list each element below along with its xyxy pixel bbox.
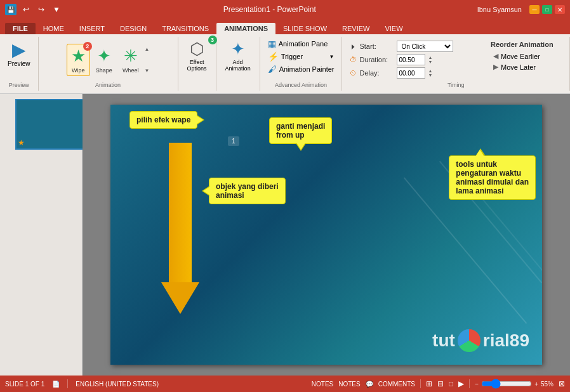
- undo-btn[interactable]: ↩: [20, 4, 32, 15]
- title-bar: 💾 ↩ ↪ ▼ Presentation1 - PowerPoint Ibnu …: [0, 0, 570, 19]
- comments-label[interactable]: COMMENTS: [378, 381, 415, 388]
- trigger-btn[interactable]: ⚡ Trigger ▼: [265, 51, 337, 62]
- effect-group-label: [196, 74, 198, 82]
- zoom-in-btn[interactable]: +: [534, 381, 538, 388]
- animation-group-label: Animation: [95, 82, 121, 89]
- status-bar: SLIDE 1 OF 1 📄 ENGLISH (UNITED STATES) N…: [0, 376, 570, 392]
- ribbon-group-effect: ⬡ EffectOptions 3: [178, 37, 216, 91]
- status-left: SLIDE 1 OF 1 📄 ENGLISH (UNITED STATES): [5, 379, 159, 388]
- callout-tools: tools untukpengaturan waktuanimasi dimul…: [449, 155, 536, 200]
- effect-options-label: EffectOptions: [187, 59, 207, 72]
- shape-icon: ✦: [97, 46, 111, 66]
- wipe-label: Wipe: [72, 67, 85, 74]
- scroll-up[interactable]: ▲: [144, 46, 149, 52]
- delay-spinner[interactable]: ▲ ▼: [428, 69, 432, 77]
- preview-button[interactable]: ▶ Preview: [5, 38, 33, 69]
- slide-logo: tut rial89: [432, 329, 529, 352]
- duration-label: Duration:: [359, 56, 394, 63]
- status-divider-2: [420, 379, 421, 388]
- callout-from-up: ganti menjadifrom up: [269, 117, 332, 144]
- slide-number-badge: 1: [228, 136, 239, 146]
- tab-file[interactable]: FILE: [5, 23, 36, 34]
- move-later-btn[interactable]: ▶ Move Later: [491, 62, 562, 72]
- move-earlier-icon: ◀: [493, 52, 498, 60]
- close-btn[interactable]: ✕: [555, 5, 565, 14]
- animation-badge: 2: [83, 42, 92, 51]
- trigger-arrow: ▼: [329, 54, 335, 60]
- anim-item-wheel[interactable]: ✳ Wheel: [118, 44, 143, 76]
- animation-painter-icon: 🖌: [268, 64, 277, 74]
- callout-object: objek yang diberianimasi: [209, 178, 286, 204]
- advanced-items: ▦ Animation Pane ⚡ Trigger ▼ 🖌 Animation…: [265, 38, 337, 75]
- timing-left: ⏵ Start: On Click With Previous After Pr…: [347, 39, 488, 82]
- wipe-icon: ★: [71, 46, 86, 66]
- animation-pane-btn[interactable]: ▦ Animation Pane: [265, 38, 337, 49]
- tab-home[interactable]: HOME: [36, 23, 72, 34]
- move-later-label: Move Later: [501, 63, 536, 71]
- duration-row: ⏱ Duration: 00.50 ▲ ▼: [350, 54, 486, 65]
- ribbon-group-advanced: ▦ Animation Pane ⚡ Trigger ▼ 🖌 Animation…: [260, 37, 343, 91]
- duration-spinner[interactable]: ▲ ▼: [428, 55, 432, 64]
- zoom-level: 55%: [541, 381, 553, 388]
- tab-design[interactable]: DESIGN: [112, 23, 154, 34]
- zoom-controls: − + 55%: [475, 380, 553, 388]
- preview-icon: ▶: [12, 39, 26, 60]
- anim-item-shape[interactable]: ✦ Shape: [91, 44, 117, 76]
- tab-view[interactable]: VIEW: [377, 23, 410, 34]
- slide-panel: 1 ★: [0, 94, 83, 376]
- wheel-label: Wheel: [123, 67, 139, 74]
- slideshow-btn[interactable]: ▶: [458, 379, 464, 388]
- notes-btn[interactable]: NOTES: [312, 381, 333, 388]
- start-select[interactable]: On Click With Previous After Previous: [397, 41, 453, 52]
- scroll-arrows: ▲ ▼: [144, 38, 149, 82]
- redo-btn[interactable]: ↪: [36, 4, 47, 15]
- animation-items: ★ Wipe 2 ✦ Shape ✳ Wheel ▲ ▼: [67, 38, 149, 82]
- move-earlier-btn[interactable]: ◀ Move Earlier: [491, 51, 562, 62]
- wheel-icon: ✳: [124, 46, 138, 66]
- ribbon-group-add-animation: ✦ AddAnimation: [216, 37, 260, 91]
- minimize-btn[interactable]: ─: [529, 5, 540, 14]
- ribbon-group-preview: ▶ Preview Preview: [0, 37, 39, 91]
- tab-transitions[interactable]: TRANSITIONS: [154, 23, 216, 34]
- notes-label[interactable]: NOTES: [338, 381, 360, 388]
- anim-item-wipe[interactable]: ★ Wipe 2: [67, 44, 90, 76]
- slide-thumbnail[interactable]: ★: [15, 99, 90, 150]
- delay-input[interactable]: 00.00: [397, 67, 425, 79]
- trigger-label: Trigger: [281, 53, 303, 60]
- timing-group-label: Timing: [447, 82, 465, 89]
- tab-slideshow[interactable]: SLIDE SHOW: [275, 23, 335, 34]
- tab-insert[interactable]: INSERT: [72, 23, 112, 34]
- slide-canvas[interactable]: 1 pilih efek wape ganti menjadifrom up o…: [110, 105, 542, 365]
- animation-painter-label: Animation Painter: [279, 65, 335, 73]
- save-icon[interactable]: 💾: [5, 4, 17, 15]
- user-name: Ibnu Syamsun: [477, 6, 522, 13]
- customize-btn[interactable]: ▼: [51, 4, 62, 15]
- arrow-object[interactable]: [161, 143, 199, 314]
- scroll-down[interactable]: ▼: [144, 68, 149, 74]
- normal-view-btn[interactable]: ⊞: [426, 379, 432, 388]
- tab-animations[interactable]: ANIMATIONS: [216, 23, 275, 34]
- fit-slide-btn[interactable]: ⊠: [559, 379, 565, 388]
- trigger-icon: ⚡: [268, 51, 279, 62]
- tab-review[interactable]: REVIEW: [335, 23, 377, 34]
- comments-icon: 💬: [366, 381, 373, 388]
- effect-options-button[interactable]: ⬡ EffectOptions 3: [183, 38, 211, 73]
- preview-group-label: Preview: [9, 82, 29, 89]
- animation-painter-btn[interactable]: 🖌 Animation Painter: [265, 63, 337, 75]
- move-later-icon: ▶: [493, 63, 498, 71]
- zoom-slider[interactable]: [481, 380, 532, 388]
- logo-circle-icon: [458, 329, 481, 352]
- add-animation-button[interactable]: ✦ AddAnimation: [222, 38, 255, 73]
- title-bar-left: 💾 ↩ ↪ ▼: [5, 4, 62, 15]
- duration-input[interactable]: 00.50: [397, 54, 425, 65]
- logo-text-prefix: tut: [432, 330, 455, 351]
- animation-pane-label: Animation Pane: [279, 40, 328, 48]
- reading-view-btn[interactable]: □: [449, 379, 453, 388]
- slide-sorter-btn[interactable]: ⊟: [437, 379, 444, 388]
- ribbon-tabs: FILE HOME INSERT DESIGN TRANSITIONS ANIM…: [0, 19, 570, 34]
- start-row: ⏵ Start: On Click With Previous After Pr…: [350, 41, 486, 52]
- zoom-out-btn[interactable]: −: [475, 381, 479, 388]
- restore-btn[interactable]: □: [542, 5, 552, 14]
- slide-thumb-anim-icon: ★: [18, 138, 25, 147]
- callout-wipe-text: pilih efek wape: [136, 115, 190, 124]
